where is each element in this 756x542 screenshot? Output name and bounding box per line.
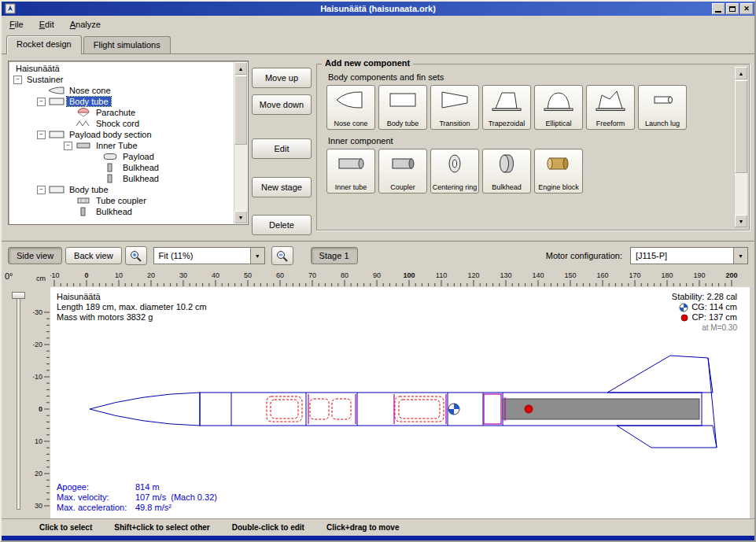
chevron-down-icon[interactable]: ▼ [733, 248, 747, 264]
tree-item-tube-coupler[interactable]: −Tube coupler [10, 195, 234, 206]
add-transition-button[interactable]: Transition [430, 85, 479, 130]
fin-lower-shape [617, 426, 717, 448]
add-trapezoidal-button[interactable]: Trapezoidal [482, 85, 531, 130]
tree-item-payload-body-section[interactable]: −Payload body section [10, 129, 234, 140]
add-nose-cone-button[interactable]: Nose cone [326, 85, 375, 130]
tree-item-sustainer[interactable]: −Sustainer [10, 74, 234, 85]
rocket-mass: Mass with motors 3832 g [57, 312, 207, 323]
svg-text:180: 180 [661, 271, 673, 279]
chevron-down-icon[interactable]: ▼ [250, 248, 264, 264]
nosecone-icon [48, 86, 67, 95]
cg-icon [679, 303, 688, 312]
palette-scrollbar[interactable]: ▲ ▼ [734, 67, 747, 227]
scroll-up-icon[interactable]: ▲ [735, 67, 747, 79]
add-inner-tube-button[interactable]: Inner tube [326, 149, 375, 194]
tree-expander-icon[interactable]: − [37, 131, 46, 139]
add-centering-ring-button[interactable]: Centering ring [430, 149, 479, 194]
zoom-level-select[interactable]: Fit (11%) ▼ [153, 247, 265, 264]
add-body-tube-button[interactable]: Body tube [378, 85, 427, 130]
tree-item-label: Parachute [94, 108, 138, 117]
tree-item-nose-cone[interactable]: −Nose cone [10, 85, 234, 96]
tree-item-body-tube[interactable]: −Body tube [10, 96, 234, 107]
minimize-button[interactable] [712, 3, 725, 14]
delete-button[interactable]: Delete [252, 215, 312, 235]
svg-text:130: 130 [500, 271, 511, 279]
close-button[interactable]: ✕ [740, 3, 753, 14]
palette-title: Add new component [322, 58, 413, 68]
add-coupler-button[interactable]: Coupler [378, 149, 427, 194]
move-up-button[interactable]: Move up [252, 68, 312, 88]
tree-item-bulkhead[interactable]: −Bulkhead [10, 173, 234, 184]
edit-button[interactable]: Edit [252, 138, 312, 159]
side-view-button[interactable]: Side view [8, 247, 62, 264]
body-tube-icon [387, 88, 419, 112]
add-launch-lug-button[interactable]: Launch lug [638, 85, 687, 130]
back-view-button[interactable]: Back view [65, 247, 122, 264]
tree-item-inner-tube[interactable]: −Inner Tube [10, 140, 234, 151]
svg-text:30: 30 [179, 271, 187, 279]
menu-analyze[interactable]: Analyze [70, 20, 101, 29]
new-stage-button[interactable]: New stage [252, 177, 312, 197]
palette-scrollbar-thumb[interactable] [735, 80, 747, 173]
tab-rocket-design[interactable]: Rocket design [6, 35, 82, 54]
payload-icon [101, 152, 120, 161]
svg-text:120: 120 [467, 271, 479, 279]
tree-item-body-tube[interactable]: −Body tube [10, 184, 234, 195]
tree-item-shock-cord[interactable]: −Shock cord [10, 118, 234, 129]
svg-text:20: 20 [147, 271, 155, 279]
design-panel: Haisunäätä−Sustainer−Nose cone−Body tube… [2, 54, 754, 241]
stability-info: Stability: 2.28 cal CG: 114 cm CP: 137 c… [672, 292, 737, 333]
rotation-slider-handle[interactable] [12, 292, 25, 299]
window-title: Haisunäätä (haisunaata.ork) [2, 4, 754, 13]
tree-scrollbar-thumb[interactable] [234, 76, 247, 145]
tree-item-parachute[interactable]: −Parachute [10, 107, 234, 118]
bodytube-icon [48, 185, 67, 194]
add-elliptical-button[interactable]: Elliptical [534, 85, 583, 130]
tree-expander-icon[interactable]: − [37, 98, 46, 106]
component-row: Inner tubeCouplerCentering ringBulkheadE… [326, 149, 732, 194]
svg-text:190: 190 [693, 271, 705, 279]
add-bulkhead-button[interactable]: Bulkhead [482, 149, 531, 194]
cg-value: CG: 114 cm [691, 302, 737, 312]
scroll-down-icon[interactable]: ▼ [735, 215, 747, 227]
tree-item-bulkhead[interactable]: −Bulkhead [10, 162, 234, 173]
svg-text:100: 100 [403, 271, 415, 279]
tree-item-label: Payload [120, 152, 157, 161]
cp-value: CP: 137 cm [692, 312, 737, 323]
menu-file[interactable]: File [9, 20, 24, 29]
tab-flight-simulations[interactable]: Flight simulations [83, 36, 171, 53]
zoom-in-button[interactable] [125, 246, 147, 265]
tree-item-label: Tube coupler [94, 196, 149, 205]
bottom-strip [2, 536, 754, 540]
scroll-up-icon[interactable]: ▲ [234, 62, 247, 75]
stage-1-button[interactable]: Stage 1 [311, 247, 358, 264]
tree-scrollbar[interactable]: ▲ ▼ [234, 62, 247, 223]
title-bar[interactable]: Haisunäätä (haisunaata.ork) ✕ [2, 2, 754, 16]
fin-upper-shape [607, 356, 713, 393]
add-engine-block-button[interactable]: Engine block [534, 149, 583, 194]
rotation-control: 0° [2, 270, 33, 519]
tree-expander-icon[interactable]: − [37, 186, 46, 194]
tree-expander-icon[interactable]: − [13, 76, 22, 84]
add-freeform-button[interactable]: Freeform [586, 85, 635, 130]
tree-item-payload[interactable]: −Payload [10, 151, 234, 162]
tree-item-label: Bulkhead [120, 163, 161, 172]
menu-edit[interactable]: Edit [39, 20, 54, 29]
motor-configuration-select[interactable]: [J115-P] ▼ [630, 247, 748, 264]
svg-text:0: 0 [39, 405, 42, 413]
tree-item-label: Body tube [67, 97, 111, 106]
centering-ring-icon [439, 152, 470, 175]
tree-item-bulkhead[interactable]: −Bulkhead [10, 206, 234, 217]
rocket-canvas[interactable]: Haisunäätä Length 189 cm, max. diameter … [50, 287, 750, 519]
apogee-label: Apogee: [57, 482, 135, 492]
tree-expander-icon[interactable]: − [64, 142, 72, 150]
cp-marker [525, 405, 533, 413]
zoom-out-button[interactable] [271, 246, 293, 265]
window-controls: ✕ [712, 3, 753, 14]
component-tree: Haisunäätä−Sustainer−Nose cone−Body tube… [10, 63, 234, 223]
maximize-button[interactable] [726, 3, 739, 14]
move-down-button[interactable]: Move down [252, 94, 312, 115]
tree-item-haisun-t[interactable]: Haisunäätä [10, 63, 234, 74]
application-window: Haisunäätä (haisunaata.ork) ✕ FileEditAn… [0, 0, 756, 542]
scroll-down-icon[interactable]: ▼ [234, 211, 247, 223]
